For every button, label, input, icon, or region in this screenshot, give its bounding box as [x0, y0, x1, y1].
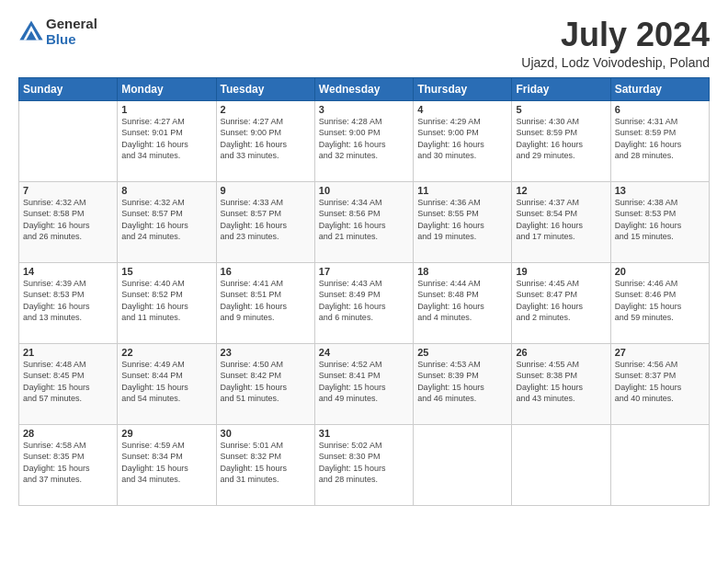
day-number: 13 — [615, 185, 705, 196]
day-info: Sunrise: 4:46 AM Sunset: 8:46 PM Dayligh… — [615, 278, 705, 324]
location: Ujazd, Lodz Voivodeship, Poland — [521, 55, 710, 70]
calendar-cell-w2-d3: 9Sunrise: 4:33 AM Sunset: 8:57 PM Daylig… — [216, 181, 314, 262]
day-number: 14 — [23, 266, 113, 277]
col-wednesday: Wednesday — [314, 77, 413, 100]
logo-blue-text: Blue — [46, 32, 97, 48]
calendar-cell-w5-d6 — [512, 424, 610, 505]
day-info: Sunrise: 4:48 AM Sunset: 8:45 PM Dayligh… — [23, 359, 113, 405]
day-info: Sunrise: 4:31 AM Sunset: 8:59 PM Dayligh… — [615, 116, 705, 162]
calendar-cell-w2-d2: 8Sunrise: 4:32 AM Sunset: 8:57 PM Daylig… — [118, 181, 216, 262]
calendar-cell-w3-d2: 15Sunrise: 4:40 AM Sunset: 8:52 PM Dayli… — [118, 262, 216, 343]
day-number: 7 — [23, 185, 113, 196]
calendar-cell-w1-d5: 4Sunrise: 4:29 AM Sunset: 9:00 PM Daylig… — [414, 100, 512, 181]
day-info: Sunrise: 4:56 AM Sunset: 8:37 PM Dayligh… — [615, 359, 705, 405]
calendar-cell-w4-d7: 27Sunrise: 4:56 AM Sunset: 8:37 PM Dayli… — [610, 343, 709, 424]
day-info: Sunrise: 4:50 AM Sunset: 8:42 PM Dayligh… — [221, 359, 311, 405]
calendar-cell-w1-d2: 1Sunrise: 4:27 AM Sunset: 9:01 PM Daylig… — [118, 100, 216, 181]
day-info: Sunrise: 4:52 AM Sunset: 8:41 PM Dayligh… — [319, 359, 409, 405]
day-info: Sunrise: 4:58 AM Sunset: 8:35 PM Dayligh… — [23, 440, 113, 486]
day-info: Sunrise: 4:37 AM Sunset: 8:54 PM Dayligh… — [516, 197, 606, 243]
calendar-cell-w4-d3: 23Sunrise: 4:50 AM Sunset: 8:42 PM Dayli… — [216, 343, 314, 424]
col-tuesday: Tuesday — [216, 77, 314, 100]
col-saturday: Saturday — [610, 77, 709, 100]
week-row-4: 21Sunrise: 4:48 AM Sunset: 8:45 PM Dayli… — [19, 343, 710, 424]
day-number: 18 — [417, 266, 507, 277]
calendar-cell-w2-d5: 11Sunrise: 4:36 AM Sunset: 8:55 PM Dayli… — [414, 181, 512, 262]
calendar-cell-w1-d1 — [19, 100, 118, 181]
day-number: 12 — [516, 185, 606, 196]
day-number: 11 — [417, 185, 507, 196]
logo-text: General Blue — [46, 17, 97, 47]
day-number: 5 — [516, 104, 606, 115]
day-number: 20 — [615, 266, 705, 277]
day-number: 21 — [23, 347, 113, 358]
week-row-3: 14Sunrise: 4:39 AM Sunset: 8:53 PM Dayli… — [19, 262, 710, 343]
calendar-cell-w5-d2: 29Sunrise: 4:59 AM Sunset: 8:34 PM Dayli… — [118, 424, 216, 505]
day-number: 27 — [615, 347, 705, 358]
month-title: July 2024 — [521, 17, 710, 53]
calendar-cell-w2-d7: 13Sunrise: 4:38 AM Sunset: 8:53 PM Dayli… — [610, 181, 709, 262]
calendar-cell-w5-d7 — [610, 424, 709, 505]
week-row-2: 7Sunrise: 4:32 AM Sunset: 8:58 PM Daylig… — [19, 181, 710, 262]
day-number: 1 — [121, 104, 211, 115]
week-row-1: 1Sunrise: 4:27 AM Sunset: 9:01 PM Daylig… — [19, 100, 710, 181]
day-number: 31 — [319, 428, 409, 439]
day-number: 23 — [221, 347, 311, 358]
day-number: 3 — [319, 104, 409, 115]
header: General Blue July 2024 Ujazd, Lodz Voivo… — [18, 17, 710, 70]
day-info: Sunrise: 4:38 AM Sunset: 8:53 PM Dayligh… — [615, 197, 705, 243]
day-number: 6 — [615, 104, 705, 115]
col-thursday: Thursday — [414, 77, 512, 100]
day-number: 19 — [516, 266, 606, 277]
logo-general-text: General — [46, 17, 97, 32]
calendar-cell-w3-d4: 17Sunrise: 4:43 AM Sunset: 8:49 PM Dayli… — [314, 262, 413, 343]
day-info: Sunrise: 4:34 AM Sunset: 8:56 PM Dayligh… — [319, 197, 409, 243]
day-number: 15 — [121, 266, 211, 277]
day-number: 25 — [417, 347, 507, 358]
day-info: Sunrise: 4:55 AM Sunset: 8:38 PM Dayligh… — [516, 359, 606, 405]
day-number: 10 — [319, 185, 409, 196]
day-number: 28 — [23, 428, 113, 439]
day-info: Sunrise: 4:32 AM Sunset: 8:57 PM Dayligh… — [121, 197, 211, 243]
calendar-cell-w1-d3: 2Sunrise: 4:27 AM Sunset: 9:00 PM Daylig… — [216, 100, 314, 181]
calendar-cell-w2-d1: 7Sunrise: 4:32 AM Sunset: 8:58 PM Daylig… — [19, 181, 118, 262]
day-info: Sunrise: 4:32 AM Sunset: 8:58 PM Dayligh… — [23, 197, 113, 243]
calendar-cell-w4-d1: 21Sunrise: 4:48 AM Sunset: 8:45 PM Dayli… — [19, 343, 118, 424]
calendar-cell-w5-d3: 30Sunrise: 5:01 AM Sunset: 8:32 PM Dayli… — [216, 424, 314, 505]
calendar-cell-w3-d5: 18Sunrise: 4:44 AM Sunset: 8:48 PM Dayli… — [414, 262, 512, 343]
calendar-cell-w3-d6: 19Sunrise: 4:45 AM Sunset: 8:47 PM Dayli… — [512, 262, 610, 343]
day-info: Sunrise: 4:49 AM Sunset: 8:44 PM Dayligh… — [121, 359, 211, 405]
day-info: Sunrise: 5:01 AM Sunset: 8:32 PM Dayligh… — [221, 440, 311, 486]
day-number: 16 — [221, 266, 311, 277]
day-info: Sunrise: 4:33 AM Sunset: 8:57 PM Dayligh… — [221, 197, 311, 243]
day-info: Sunrise: 4:59 AM Sunset: 8:34 PM Dayligh… — [121, 440, 211, 486]
calendar-cell-w1-d7: 6Sunrise: 4:31 AM Sunset: 8:59 PM Daylig… — [610, 100, 709, 181]
col-monday: Monday — [118, 77, 216, 100]
day-number: 22 — [121, 347, 211, 358]
day-number: 17 — [319, 266, 409, 277]
calendar-cell-w4-d6: 26Sunrise: 4:55 AM Sunset: 8:38 PM Dayli… — [512, 343, 610, 424]
day-info: Sunrise: 4:28 AM Sunset: 9:00 PM Dayligh… — [319, 116, 409, 162]
calendar-cell-w1-d6: 5Sunrise: 4:30 AM Sunset: 8:59 PM Daylig… — [512, 100, 610, 181]
day-info: Sunrise: 5:02 AM Sunset: 8:30 PM Dayligh… — [319, 440, 409, 486]
day-info: Sunrise: 4:36 AM Sunset: 8:55 PM Dayligh… — [417, 197, 507, 243]
day-info: Sunrise: 4:45 AM Sunset: 8:47 PM Dayligh… — [516, 278, 606, 324]
calendar: Sunday Monday Tuesday Wednesday Thursday… — [18, 77, 710, 506]
day-info: Sunrise: 4:30 AM Sunset: 8:59 PM Dayligh… — [516, 116, 606, 162]
day-info: Sunrise: 4:27 AM Sunset: 9:01 PM Dayligh… — [121, 116, 211, 162]
day-info: Sunrise: 4:29 AM Sunset: 9:00 PM Dayligh… — [417, 116, 507, 162]
logo-icon — [18, 19, 44, 45]
page: General Blue July 2024 Ujazd, Lodz Voivo… — [0, 0, 728, 563]
calendar-cell-w4-d5: 25Sunrise: 4:53 AM Sunset: 8:39 PM Dayli… — [414, 343, 512, 424]
calendar-cell-w5-d5 — [414, 424, 512, 505]
day-info: Sunrise: 4:44 AM Sunset: 8:48 PM Dayligh… — [417, 278, 507, 324]
day-number: 30 — [221, 428, 311, 439]
day-number: 26 — [516, 347, 606, 358]
day-info: Sunrise: 4:39 AM Sunset: 8:53 PM Dayligh… — [23, 278, 113, 324]
day-number: 29 — [121, 428, 211, 439]
calendar-header-row: Sunday Monday Tuesday Wednesday Thursday… — [19, 77, 710, 100]
day-number: 8 — [121, 185, 211, 196]
col-friday: Friday — [512, 77, 610, 100]
calendar-cell-w1-d4: 3Sunrise: 4:28 AM Sunset: 9:00 PM Daylig… — [314, 100, 413, 181]
day-number: 24 — [319, 347, 409, 358]
